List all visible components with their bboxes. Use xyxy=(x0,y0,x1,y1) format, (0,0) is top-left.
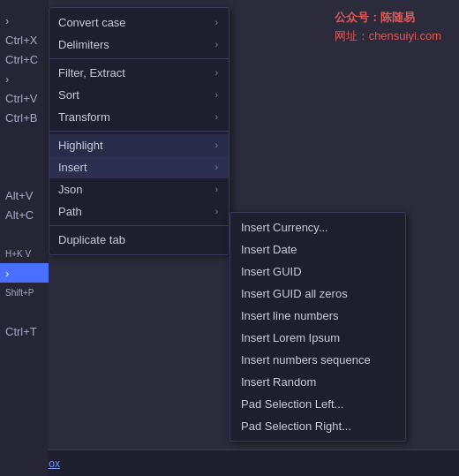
shortcut-shift-p: Shift+P xyxy=(5,288,34,298)
shortcut-ctrl-t: Ctrl+T xyxy=(5,325,37,338)
submenu-label-insert-line-numbers: Insert line numbers xyxy=(241,309,339,322)
menu-item-json[interactable]: Json › xyxy=(49,178,229,200)
submenu-item-insert-currency[interactable]: Insert Currency... xyxy=(230,216,405,238)
menu-label-highlight: Highlight xyxy=(58,139,208,152)
submenu-arrow-json: › xyxy=(215,185,218,194)
shortcut-ctrl-c: Ctrl+C xyxy=(5,53,38,66)
menu-item-transform[interactable]: Transform › xyxy=(49,106,229,128)
sidebar-item-ctrl-t: Ctrl+T xyxy=(0,321,49,341)
menu-label-transform: Transform xyxy=(58,110,208,124)
submenu-arrow-transform: › xyxy=(215,112,218,122)
menu-label-insert: Insert xyxy=(58,161,208,174)
shortcut-ctrl-x: Ctrl+X xyxy=(5,34,37,47)
chevron-right-icon-active: › xyxy=(5,267,9,280)
menu-item-convert-case[interactable]: Convert case › xyxy=(49,11,229,34)
menu-item-duplicate-tab[interactable]: Duplicate tab xyxy=(49,229,229,251)
sidebar-spacer1 xyxy=(0,127,49,147)
submenu-label-insert-guid-zeros: Insert GUID all zeros xyxy=(241,287,348,300)
sidebar-item-shift-p: Shift+P xyxy=(0,283,49,302)
menu-item-sort[interactable]: Sort › xyxy=(49,84,229,106)
submenu-arrow-filter-extract: › xyxy=(215,68,218,78)
menu-divider1 xyxy=(49,58,229,59)
submenu-label-pad-right: Pad Selection Right... xyxy=(241,419,351,433)
submenu-arrow-convert-case: › xyxy=(215,18,218,27)
background: 公众号：陈随易 网址：chensuiyi.com › Ctrl+X Ctrl+C… xyxy=(0,0,459,476)
menu-label-sort: Sort xyxy=(58,88,208,102)
menu-divider2 xyxy=(49,131,229,132)
submenu-arrow-sort: › xyxy=(215,90,218,100)
menu-item-insert[interactable]: Insert › xyxy=(49,156,229,178)
sidebar-spacer3 xyxy=(0,166,49,185)
sidebar-item-alt-v: Alt+V xyxy=(0,185,49,205)
chevron-right-icon2: › xyxy=(5,72,9,86)
menu-item-delimiters[interactable]: Delimiters › xyxy=(49,34,229,56)
menu-item-highlight[interactable]: Highlight › xyxy=(49,134,229,156)
submenu-item-pad-right[interactable]: Pad Selection Right... xyxy=(230,415,405,437)
shortcut-ctrl-v: Ctrl+V xyxy=(5,92,37,105)
submenu-item-insert-guid[interactable]: Insert GUID xyxy=(230,261,405,283)
submenu-item-insert-guid-zeros[interactable]: Insert GUID all zeros xyxy=(230,283,405,305)
submenu-arrow-highlight: › xyxy=(215,140,218,150)
chevron-right-icon: › xyxy=(5,14,9,27)
submenu-item-pad-left[interactable]: Pad Selection Left... xyxy=(230,393,405,415)
sidebar-spacer5 xyxy=(0,302,49,321)
context-menu: Convert case › Delimiters › Filter, Extr… xyxy=(49,7,230,255)
submenu-label-insert-lorem: Insert Lorem Ipsum xyxy=(241,331,340,344)
shortcut-alt-v: Alt+V xyxy=(5,189,33,202)
submenu-item-insert-random[interactable]: Insert Random xyxy=(230,371,405,393)
watermark-line1: 公众号：陈随易 xyxy=(335,9,441,27)
shortcut-hkv: H+K V xyxy=(5,249,31,259)
sidebar-item-alt-c: Alt+C xyxy=(0,205,49,224)
submenu-label-insert-random: Insert Random xyxy=(241,375,316,389)
submenu-item-insert-date[interactable]: Insert Date xyxy=(230,238,405,261)
sidebar-item-chevron2[interactable]: › xyxy=(0,69,49,88)
submenu-label-insert-guid: Insert GUID xyxy=(241,265,302,278)
menu-label-duplicate-tab: Duplicate tab xyxy=(58,233,218,246)
menu-item-filter-extract[interactable]: Filter, Extract › xyxy=(49,62,229,84)
submenu-arrow-delimiters: › xyxy=(215,40,218,49)
submenu-label-pad-left: Pad Selection Left... xyxy=(241,397,343,411)
sidebar-item-ctrl-x: Ctrl+X xyxy=(0,30,49,49)
menu-divider3 xyxy=(49,225,229,226)
shortcut-ctrl-b: Ctrl+B xyxy=(5,111,37,125)
submenu-label-insert-numbers-seq: Insert numbers sequence xyxy=(241,353,371,366)
insert-submenu: Insert Currency... Insert Date Insert GU… xyxy=(230,212,406,442)
submenu-item-insert-lorem[interactable]: Insert Lorem Ipsum xyxy=(230,327,405,349)
menu-label-filter-extract: Filter, Extract xyxy=(58,66,208,79)
sidebar-item-chevron1[interactable]: › xyxy=(0,11,49,30)
menu-label-json: Json xyxy=(58,183,208,196)
menu-label-convert-case: Convert case xyxy=(58,16,208,29)
bottom-bar: texttoolbox xyxy=(0,450,459,476)
shortcut-alt-c: Alt+C xyxy=(5,208,34,222)
submenu-label-insert-date: Insert Date xyxy=(241,243,297,256)
menu-label-path: Path xyxy=(58,205,208,218)
submenu-item-insert-line-numbers[interactable]: Insert line numbers xyxy=(230,305,405,327)
sidebar-item-ctrl-c: Ctrl+C xyxy=(0,49,49,69)
menu-item-path[interactable]: Path › xyxy=(49,200,229,223)
sidebar-spacer4 xyxy=(0,224,49,244)
sidebar: › Ctrl+X Ctrl+C › Ctrl+V Ctrl+B Alt+V xyxy=(0,0,49,476)
watermark: 公众号：陈随易 网址：chensuiyi.com xyxy=(335,9,441,46)
sidebar-item-ctrl-b: Ctrl+B xyxy=(0,108,49,127)
submenu-item-insert-numbers-seq[interactable]: Insert numbers sequence xyxy=(230,349,405,371)
watermark-line2: 网址：chensuiyi.com xyxy=(335,27,441,46)
submenu-label-insert-currency: Insert Currency... xyxy=(241,221,328,234)
submenu-arrow-insert: › xyxy=(215,162,218,172)
sidebar-item-active[interactable]: › xyxy=(0,263,49,283)
sidebar-spacer2 xyxy=(0,147,49,166)
submenu-arrow-path: › xyxy=(215,207,218,216)
sidebar-item-hkv: H+K V xyxy=(0,244,49,263)
sidebar-item-ctrl-v: Ctrl+V xyxy=(0,88,49,108)
menu-label-delimiters: Delimiters xyxy=(58,38,208,51)
